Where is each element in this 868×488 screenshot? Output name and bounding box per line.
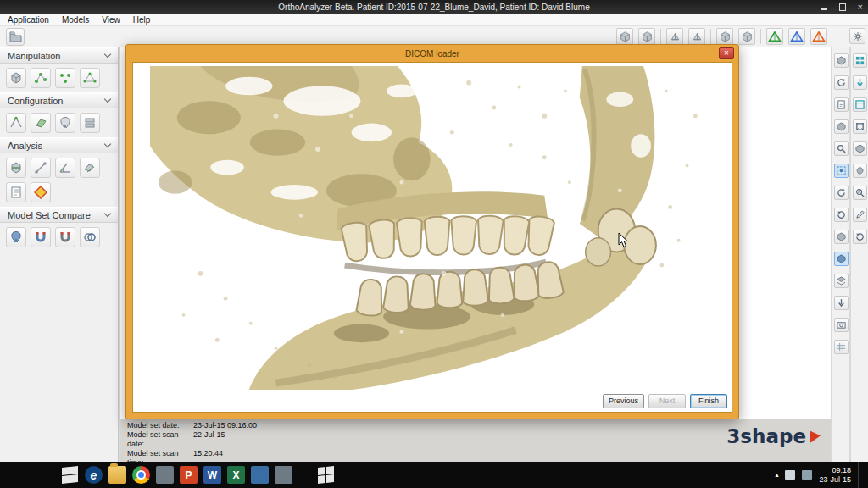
frame-icon — [855, 122, 865, 131]
window-title: OrthoAnalyzer Beta. Patient ID:2015-07-2… — [278, 3, 589, 12]
section-model-set-compare[interactable]: Model Set Compare — [0, 207, 118, 223]
menu-help[interactable]: Help — [133, 15, 151, 25]
tray-volume-icon[interactable] — [802, 470, 812, 480]
align-magnet-tool[interactable] — [31, 227, 51, 247]
start-button[interactable] — [61, 466, 79, 484]
finish-button[interactable]: Finish — [690, 394, 727, 408]
minimize-icon[interactable] — [821, 3, 829, 11]
open-order-button[interactable] — [6, 28, 25, 46]
edge-tool-icon[interactable] — [853, 119, 867, 134]
right-tool-icon[interactable] — [834, 119, 849, 134]
edge-tool-icon[interactable] — [853, 75, 867, 90]
cube-icon — [837, 122, 846, 131]
settings-button[interactable] — [849, 28, 865, 44]
internet-explorer-icon[interactable]: e — [85, 466, 103, 484]
magnifier-icon — [837, 144, 846, 153]
logo-triangle-icon — [810, 430, 821, 443]
right-tool-icon-selected[interactable] — [834, 164, 849, 178]
right-tool-icon[interactable] — [834, 208, 849, 222]
maxilla-view-button[interactable] — [766, 28, 783, 45]
file-explorer-icon[interactable] — [108, 466, 126, 484]
edge-tool-icon[interactable] — [853, 186, 867, 200]
right-tool-icon[interactable] — [834, 186, 849, 200]
tray-network-icon[interactable] — [785, 470, 795, 480]
view-tool-icon[interactable] — [616, 28, 633, 45]
view-tool-icon[interactable] — [666, 28, 683, 45]
snap-magnet-tool[interactable] — [55, 227, 75, 247]
right-tool-icon[interactable] — [834, 230, 849, 244]
right-tool-icon[interactable] — [834, 75, 849, 90]
section-configuration[interactable]: Configuration — [0, 92, 118, 108]
right-tool-icon[interactable] — [834, 340, 849, 354]
app-icon[interactable] — [156, 466, 174, 484]
section-label: Analysis — [8, 141, 42, 151]
rotate-model-tool[interactable] — [31, 68, 51, 88]
view-tool-icon[interactable] — [738, 28, 755, 45]
right-tool-icon[interactable] — [834, 318, 849, 332]
bolton-analysis-tool[interactable] — [31, 182, 51, 202]
section-manipulation[interactable]: Manipulation — [0, 47, 118, 64]
right-tool-icon[interactable] — [834, 97, 849, 112]
surface-compare-tool[interactable] — [80, 158, 100, 178]
edge-tool-icon[interactable] — [853, 208, 867, 222]
both-jaws-view-button[interactable] — [788, 28, 805, 45]
dialog-close-button[interactable]: × — [719, 47, 734, 59]
edge-tool-icon[interactable] — [853, 53, 867, 68]
move-model-tool[interactable] — [6, 68, 26, 88]
menu-application[interactable]: Application — [8, 15, 49, 25]
right-tool-icon[interactable] — [834, 53, 849, 68]
compare-models-tool[interactable] — [6, 227, 26, 247]
excel-icon[interactable]: X — [227, 466, 245, 484]
chevron-down-icon — [104, 141, 111, 147]
edge-tool-icon[interactable] — [853, 164, 867, 178]
app-icon[interactable] — [275, 466, 292, 484]
mandible-view-button[interactable] — [810, 28, 827, 45]
chrome-icon[interactable] — [132, 466, 150, 484]
cube-move-icon — [9, 71, 23, 85]
window-titlebar: OrthoAnalyzer Beta. Patient ID:2015-07-2… — [0, 0, 868, 14]
cross-section-tool[interactable] — [6, 158, 26, 178]
dicom-3d-viewport[interactable] — [150, 66, 729, 390]
taskbar-clock[interactable]: 09:18 23-Jul-15 — [819, 466, 851, 484]
view-tools — [616, 28, 827, 45]
menu-view[interactable]: View — [102, 15, 120, 25]
view-tool-icon[interactable] — [688, 28, 705, 45]
close-icon[interactable]: × — [858, 3, 863, 11]
right-tool-icon[interactable] — [834, 274, 849, 288]
powerpoint-icon[interactable]: P — [180, 466, 198, 484]
right-tool-icon-active[interactable] — [834, 252, 849, 266]
word-icon[interactable]: W — [203, 466, 221, 484]
report-tool[interactable] — [6, 182, 26, 202]
align-mesh-tool[interactable] — [80, 68, 100, 88]
cube-icon — [720, 31, 731, 42]
show-desktop-button[interactable] — [858, 462, 861, 488]
previous-button[interactable]: Previous — [603, 394, 644, 408]
right-tool-icon[interactable] — [834, 296, 849, 310]
view-tool-icon[interactable] — [638, 28, 655, 45]
measure-angle-tool[interactable] — [55, 158, 75, 178]
edge-tool-icon[interactable] — [853, 230, 867, 244]
occlusion-setup-tool[interactable] — [80, 113, 100, 133]
app-icon[interactable] — [251, 466, 269, 484]
section-analysis[interactable]: Analysis — [0, 137, 118, 153]
edge-toolbar — [850, 47, 868, 462]
tray-expand-icon[interactable]: ▴ — [775, 471, 778, 479]
zoom-region-icon — [837, 166, 846, 175]
edge-tool-icon[interactable] — [853, 97, 867, 112]
running-app-icon[interactable] — [317, 466, 335, 484]
edge-tool-icon[interactable] — [853, 141, 867, 156]
measure-distance-tool[interactable] — [31, 158, 51, 178]
menu-models[interactable]: Models — [62, 15, 89, 25]
view-tool-icon[interactable] — [716, 28, 733, 45]
dialog-titlebar[interactable]: DICOM loader — [126, 45, 738, 62]
segmentation-tool[interactable] — [55, 113, 75, 133]
superimpose-tool[interactable] — [80, 227, 100, 247]
plane-setup-tool[interactable] — [31, 113, 51, 133]
folder-open-icon — [9, 31, 22, 42]
dialog-body: Previous Next Finish — [132, 62, 732, 413]
restore-icon[interactable] — [839, 3, 848, 11]
set-points-tool[interactable] — [55, 68, 75, 88]
sliced-cube-icon — [9, 161, 23, 175]
axis-setup-tool[interactable] — [6, 113, 26, 133]
right-tool-icon[interactable] — [834, 141, 849, 156]
